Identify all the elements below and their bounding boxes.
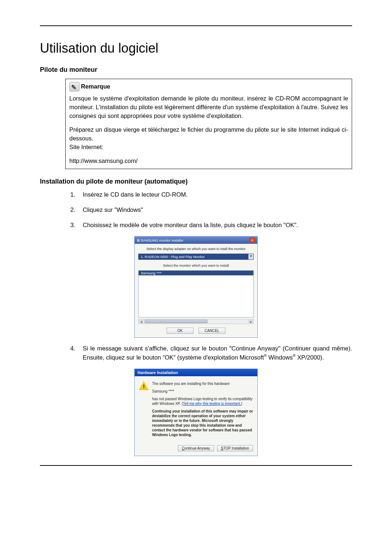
continue-rest: ontinue Anyway — [184, 446, 210, 450]
hardware-installation-buttons: Continue Anyway STOP Installation — [135, 442, 257, 456]
adapter-prompt: Select the display adapter on which you … — [138, 247, 254, 251]
install-steps: Insérez le CD dans le lecteur CD-ROM. Cl… — [65, 190, 352, 230]
chevron-down-icon[interactable]: ▾ — [248, 254, 253, 259]
divider-bottom — [40, 465, 352, 466]
samsung-installer-body: Select the display adapter on which you … — [135, 244, 257, 337]
note-icon — [69, 82, 79, 91]
page-title: Utilisation du logiciel — [40, 41, 352, 56]
divider-top — [40, 25, 352, 26]
figure-samsung-installer: SAMSUNG monitor installer × Select the d… — [40, 236, 352, 338]
site-url: http://www.samsung.com/ — [69, 157, 348, 165]
hardware-installation-body: The software you are installing for this… — [135, 376, 257, 442]
stop-installation-button[interactable]: STOP Installation — [217, 445, 253, 451]
monitor-listbox[interactable]: Samsung **** — [138, 270, 254, 317]
hw-line-3b: ) — [241, 402, 242, 406]
samsung-installer-title: SAMSUNG monitor installer — [137, 238, 183, 242]
cancel-button[interactable]: CANCEL — [199, 328, 225, 334]
note-paragraph-2: Préparez un disque vierge et téléchargez… — [69, 126, 348, 152]
hardware-installation-titlebar: Hardware Installation — [135, 369, 257, 376]
note-label: Remarque — [81, 82, 110, 91]
note-paragraph-1: Lorsque le système d'exploitation demand… — [69, 94, 348, 120]
samsung-installer-titlebar: SAMSUNG monitor installer × — [135, 237, 257, 244]
figure-hardware-installation: Hardware Installation The software you a… — [40, 369, 352, 456]
note-p2-text: Préparez un disque vierge et téléchargez… — [69, 126, 348, 141]
hardware-installation-text: The software you are installing for this… — [152, 381, 253, 440]
scroll-right-icon[interactable]: ▸ — [248, 320, 253, 324]
display-adapter-dropdown[interactable]: 1. RADEON 9550 : Plug and Play Monitor ▾ — [138, 254, 254, 260]
step-2: Cliquez sur "Windows" — [77, 206, 352, 214]
step-3: Choisissez le modèle de votre moniteur d… — [77, 221, 352, 230]
step-1: Insérez le CD dans le lecteur CD-ROM. — [77, 190, 352, 199]
scroll-left-icon[interactable]: ◂ — [139, 320, 144, 324]
note-header: Remarque — [69, 82, 348, 91]
continue-anyway-button[interactable]: Continue Anyway — [178, 445, 214, 451]
hw-line-1: The software you are installing for this… — [152, 381, 253, 386]
document-page: Utilisation du logiciel Pilote du monite… — [0, 0, 392, 480]
horizontal-scrollbar[interactable]: ◂ ▸ — [138, 319, 254, 324]
warning-icon — [139, 381, 148, 390]
samsung-installer-buttons: OK CANCEL — [138, 328, 254, 334]
step-4-text-b: Windows — [267, 354, 293, 361]
samsung-installer-dialog: SAMSUNG monitor installer × Select the d… — [134, 236, 258, 338]
hw-line-3: has not passed Windows Logo testing to v… — [152, 397, 253, 406]
stop-rest: TOP Installation — [223, 446, 249, 450]
step-4-text-c: XP/2000). — [295, 354, 324, 361]
section-heading-install: Installation du pilote de moniteur (auto… — [40, 178, 352, 185]
monitor-list-item[interactable]: Samsung **** — [139, 271, 253, 275]
display-adapter-value: 1. RADEON 9550 : Plug and Play Monitor — [139, 254, 248, 259]
close-icon[interactable]: × — [249, 238, 255, 243]
scroll-thumb[interactable] — [144, 320, 208, 323]
monitor-prompt: Select the monitor which you want to ins… — [138, 263, 254, 267]
ok-button[interactable]: OK — [167, 328, 193, 334]
logo-testing-link[interactable]: Tell me why this testing is important. — [183, 402, 241, 406]
site-label: Site Internet: — [69, 143, 348, 152]
hardware-installation-dialog: Hardware Installation The software you a… — [134, 369, 258, 456]
install-steps-continued: Si le message suivant s'affiche, cliquez… — [65, 344, 352, 362]
hw-line-2: Samsung **** — [152, 389, 253, 394]
note-box: Remarque Lorsque le système d'exploitati… — [65, 79, 352, 169]
section-heading-pilote: Pilote du moniteur — [40, 66, 352, 74]
hw-warning-paragraph: Continuing your installation of this sof… — [152, 409, 253, 437]
step-4: Si le message suivant s'affiche, cliquez… — [77, 344, 352, 362]
